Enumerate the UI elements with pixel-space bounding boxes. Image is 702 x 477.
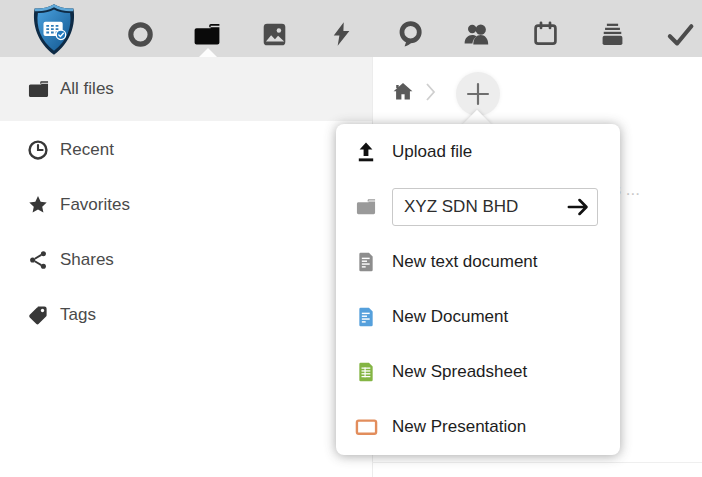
- tag-icon: [26, 303, 50, 327]
- sidebar-item-label: All files: [60, 79, 114, 99]
- menu-item-new-text-document[interactable]: New text document: [336, 234, 620, 289]
- sidebar-item-all-files[interactable]: All files: [0, 57, 372, 121]
- sidebar-item-tags[interactable]: Tags: [0, 288, 372, 342]
- folder-name-input-wrap: [392, 188, 598, 226]
- new-item-button[interactable]: [456, 72, 500, 116]
- document-icon: [354, 305, 378, 329]
- star-icon: [26, 193, 50, 217]
- sidebar-item-label: Favorites: [60, 195, 130, 215]
- new-item-menu: Upload file: [336, 124, 620, 455]
- file-list-divider: [372, 462, 702, 463]
- app-calendar-icon[interactable]: [525, 14, 565, 54]
- arrow-right-icon: [565, 194, 591, 220]
- files-sidebar: All files Recent Favorites: [0, 57, 372, 477]
- app-window: All files Recent Favorites: [0, 0, 702, 477]
- sidebar-item-recent[interactable]: Recent: [0, 123, 372, 177]
- top-navigation-bar: [0, 0, 702, 57]
- share-icon: [26, 248, 50, 272]
- sidebar-item-label: Recent: [60, 140, 114, 160]
- upload-icon: [354, 140, 378, 164]
- app-talk-chat-bubble-icon[interactable]: [390, 14, 430, 54]
- menu-item-label: New text document: [392, 252, 538, 272]
- sidebar-item-label: Shares: [60, 250, 114, 270]
- active-app-pointer: [199, 48, 217, 57]
- create-folder-button[interactable]: [562, 191, 594, 223]
- sidebar-item-favorites[interactable]: Favorites: [0, 178, 372, 232]
- menu-item-label: Upload file: [392, 142, 472, 162]
- shield-server-logo-icon[interactable]: [24, 3, 84, 56]
- folder-icon: [26, 77, 50, 101]
- app-external-circle-icon[interactable]: [120, 14, 160, 54]
- menu-item-label: New Presentation: [392, 417, 526, 437]
- menu-item-label: New Spreadsheet: [392, 362, 527, 382]
- sidebar-item-label: Tags: [60, 305, 96, 325]
- app-tasks-checkmark-icon[interactable]: [660, 14, 700, 54]
- menu-item-upload-file[interactable]: Upload file: [336, 124, 620, 179]
- app-photos-icon[interactable]: [254, 14, 294, 54]
- sidebar-item-shares[interactable]: Shares: [0, 233, 372, 287]
- menu-item-new-spreadsheet[interactable]: New Spreadsheet: [336, 344, 620, 399]
- app-contacts-icon[interactable]: [457, 14, 497, 54]
- text-document-icon: [354, 250, 378, 274]
- menu-item-label: New Document: [392, 307, 508, 327]
- spreadsheet-icon: [354, 360, 378, 384]
- plus-icon: [465, 81, 491, 107]
- menu-item-new-folder: [336, 179, 620, 234]
- presentation-icon: [354, 415, 378, 439]
- chevron-right-icon: [421, 80, 439, 104]
- breadcrumb-home-icon[interactable]: [391, 80, 415, 104]
- folder-icon: [354, 195, 378, 219]
- app-deck-stack-icon[interactable]: [592, 14, 632, 54]
- menu-item-new-document[interactable]: New Document: [336, 289, 620, 344]
- app-activity-lightning-icon[interactable]: [322, 14, 362, 54]
- menu-item-new-presentation[interactable]: New Presentation: [336, 399, 620, 454]
- clock-icon: [26, 138, 50, 162]
